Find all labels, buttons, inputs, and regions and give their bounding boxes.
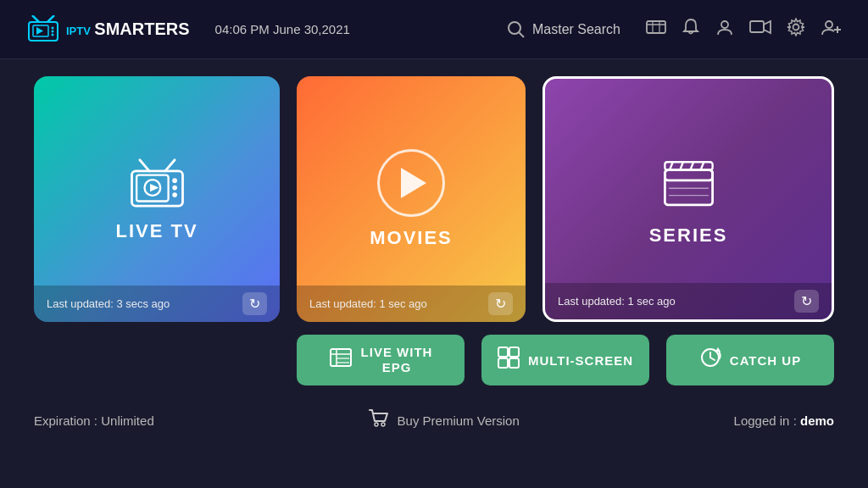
header: IPTV SMARTERS 04:06 PM June 30,2021 Mast… xyxy=(0,0,868,59)
clock-refresh-icon xyxy=(699,347,721,369)
settings-icon[interactable] xyxy=(787,18,805,41)
catch-up-label: CATCH UP xyxy=(730,353,801,368)
logo-iptv: IPTV xyxy=(66,25,91,37)
buy-premium-label: Buy Premium Version xyxy=(398,413,520,428)
profile-icon[interactable] xyxy=(715,18,734,41)
notification-bell-icon[interactable] xyxy=(682,18,700,41)
logo-tv-icon xyxy=(25,15,61,44)
action-buttons-row: LIVE WITH EPG MULTI-SCREEN xyxy=(297,335,834,385)
search-label: Master Search xyxy=(532,22,620,37)
movies-refresh-button[interactable]: ↻ xyxy=(488,292,513,315)
live-tv-icon xyxy=(125,157,189,220)
buy-premium-button[interactable]: Buy Premium Version xyxy=(369,409,520,432)
svg-line-22 xyxy=(164,159,174,170)
play-triangle-icon xyxy=(401,168,426,198)
epg-svg xyxy=(646,19,666,36)
multi-screen-button[interactable]: MULTI-SCREEN xyxy=(481,335,649,385)
live-epg-label: LIVE WITH EPG xyxy=(361,345,433,375)
live-tv-last-updated: Last updated: 3 secs ago xyxy=(47,297,170,310)
catch-up-icon xyxy=(699,347,721,374)
svg-rect-47 xyxy=(509,358,519,368)
bell-svg xyxy=(682,18,700,36)
series-title: SERIES xyxy=(649,225,728,247)
svg-line-21 xyxy=(139,159,148,170)
add-user-icon[interactable] xyxy=(821,18,843,41)
profile-svg xyxy=(715,18,734,36)
gear-svg xyxy=(787,18,805,36)
epg-book-icon xyxy=(329,347,353,368)
svg-line-1 xyxy=(47,15,54,22)
live-tv-title: LIVE TV xyxy=(115,220,198,242)
epg-icon[interactable] xyxy=(646,19,666,40)
logo-text: IPTV SMARTERS xyxy=(66,19,190,39)
svg-line-0 xyxy=(32,15,39,22)
search-icon xyxy=(507,20,526,39)
live-tv-refresh-button[interactable]: ↻ xyxy=(242,292,267,315)
svg-point-29 xyxy=(172,192,177,197)
record-icon[interactable] xyxy=(749,19,771,40)
svg-rect-39 xyxy=(331,349,351,366)
header-icons xyxy=(646,18,843,41)
movies-footer: Last updated: 1 sec ago ↻ xyxy=(297,286,526,322)
series-refresh-button[interactable]: ↻ xyxy=(794,290,819,313)
series-clapboard-icon xyxy=(657,152,721,216)
svg-marker-4 xyxy=(36,27,43,35)
main-content: LIVE TV Last updated: 3 secs ago ↻ MOVIE… xyxy=(0,59,868,402)
svg-point-28 xyxy=(172,185,177,190)
shopping-cart-svg xyxy=(369,409,389,428)
record-svg xyxy=(749,19,771,36)
svg-point-6 xyxy=(52,30,54,32)
live-tv-footer: Last updated: 3 secs ago ↻ xyxy=(34,286,280,322)
svg-marker-51 xyxy=(715,347,721,352)
movies-card[interactable]: MOVIES Last updated: 1 sec ago ↻ xyxy=(297,76,526,322)
svg-point-17 xyxy=(826,21,832,28)
svg-point-53 xyxy=(381,423,385,426)
svg-point-16 xyxy=(793,25,799,30)
svg-point-27 xyxy=(172,178,177,183)
svg-rect-44 xyxy=(498,347,508,357)
series-card[interactable]: SERIES Last updated: 1 sec ago ↻ xyxy=(542,76,834,322)
movies-title: MOVIES xyxy=(370,227,453,249)
add-user-svg xyxy=(821,18,843,36)
expiration-info: Expiration : Unlimited xyxy=(34,413,154,428)
multi-screen-icon xyxy=(498,347,520,374)
svg-point-7 xyxy=(52,33,54,36)
logo-area: IPTV SMARTERS xyxy=(25,15,190,44)
datetime-display: 04:06 PM June 30,2021 xyxy=(215,22,350,36)
live-epg-button[interactable]: LIVE WITH EPG xyxy=(297,335,465,385)
svg-rect-31 xyxy=(665,169,712,180)
logged-in-label: Logged in : xyxy=(734,413,800,428)
logged-in-user: demo xyxy=(800,413,834,428)
cards-row: LIVE TV Last updated: 3 secs ago ↻ MOVIE… xyxy=(34,76,834,322)
movies-play-circle xyxy=(377,149,445,217)
footer: Expiration : Unlimited Buy Premium Versi… xyxy=(0,402,868,439)
svg-line-9 xyxy=(519,32,524,37)
grid-icon xyxy=(498,347,520,369)
svg-point-5 xyxy=(52,26,54,29)
svg-rect-10 xyxy=(647,21,665,33)
series-footer: Last updated: 1 sec ago ↻ xyxy=(545,283,832,319)
logged-in-info: Logged in : demo xyxy=(734,413,834,428)
live-tv-card[interactable]: LIVE TV Last updated: 3 secs ago ↻ xyxy=(34,76,280,322)
master-search-button[interactable]: Master Search xyxy=(507,20,620,39)
catch-up-button[interactable]: CATCH UP xyxy=(666,335,834,385)
live-epg-icon xyxy=(329,347,353,373)
multi-screen-label: MULTI-SCREEN xyxy=(528,353,633,368)
svg-rect-45 xyxy=(509,347,519,357)
svg-rect-15 xyxy=(750,21,764,32)
svg-rect-30 xyxy=(665,169,712,204)
svg-marker-26 xyxy=(150,183,159,191)
cart-icon xyxy=(369,409,389,432)
svg-rect-46 xyxy=(498,358,508,368)
logo-smarters: SMARTERS xyxy=(94,19,189,38)
svg-line-50 xyxy=(710,358,715,360)
svg-point-14 xyxy=(721,21,728,28)
movies-last-updated: Last updated: 1 sec ago xyxy=(309,297,427,310)
series-last-updated: Last updated: 1 sec ago xyxy=(558,295,676,308)
svg-point-52 xyxy=(375,423,378,426)
svg-point-20 xyxy=(837,29,838,30)
svg-point-8 xyxy=(509,22,520,34)
